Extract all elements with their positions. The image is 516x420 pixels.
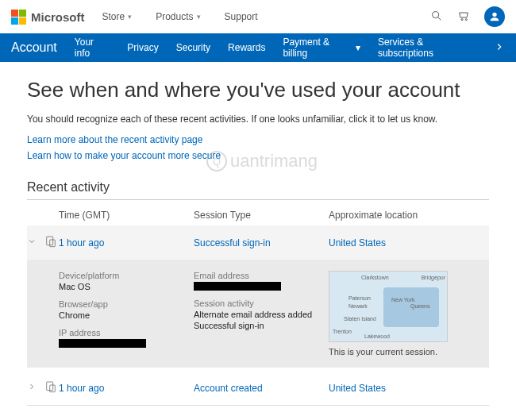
email-label: Email address <box>194 271 329 280</box>
email-redacted <box>194 282 281 291</box>
ip-label: IP address <box>59 328 194 337</box>
session-activity-line: Alternate email address added <box>194 310 329 319</box>
col-location: Approximate location <box>329 210 489 221</box>
chevron-right-icon <box>27 382 44 394</box>
recent-activity-heading: Recent activity <box>27 180 489 195</box>
account-nav: Account Your info Privacy Security Rewar… <box>0 33 516 62</box>
ms-logo-icon <box>11 10 26 25</box>
nav-privacy[interactable]: Privacy <box>127 42 158 53</box>
microsoft-logo[interactable]: Microsoft <box>11 10 85 25</box>
device-icon <box>44 379 59 397</box>
activity-type: Account created <box>194 383 329 394</box>
device-value: Mac OS <box>59 282 194 291</box>
nav-your-info[interactable]: Your info <box>75 37 110 59</box>
activity-type: Successful sign-in <box>194 237 329 249</box>
svg-rect-8 <box>50 385 56 392</box>
ms-logo-text: Microsoft <box>31 10 85 24</box>
chevron-down-icon: ▾ <box>128 13 132 21</box>
activity-location: United States <box>329 383 489 394</box>
learn-secure-link[interactable]: Learn how to make your account more secu… <box>27 150 489 161</box>
svg-point-0 <box>433 11 439 17</box>
nav-subscriptions[interactable]: Services & subscriptions <box>378 37 476 59</box>
top-bar: Microsoft Store▾ Products▾ Support <box>0 0 516 33</box>
device-label: Device/platform <box>59 271 194 280</box>
activity-row[interactable]: 1 hour ago Successful sign-in United Sta… <box>27 225 489 260</box>
divider <box>27 199 489 200</box>
chevron-down-icon: ▾ <box>356 42 360 53</box>
svg-line-1 <box>438 17 441 20</box>
chevron-down-icon <box>27 237 44 249</box>
activity-location: United States <box>329 237 489 249</box>
page-title: See when and where you've used your acco… <box>27 78 489 102</box>
session-activity-line: Successful sign-in <box>194 321 329 330</box>
top-links: Store▾ Products▾ Support <box>102 11 258 22</box>
nav-scroll-right[interactable] <box>494 41 505 55</box>
nav-store[interactable]: Store▾ <box>102 11 133 22</box>
nav-products[interactable]: Products▾ <box>156 11 200 22</box>
activity-column-headers: Time (GMT) Session Type Approximate loca… <box>27 205 489 225</box>
learn-more-link[interactable]: Learn more about the recent activity pag… <box>27 134 489 145</box>
activity-row[interactable]: 1 hour ago Account created United States <box>27 371 489 406</box>
col-time: Time (GMT) <box>59 210 194 221</box>
activity-time: 1 hour ago <box>59 383 194 394</box>
nav-rewards[interactable]: Rewards <box>228 42 265 53</box>
col-type: Session Type <box>194 210 329 221</box>
account-avatar[interactable] <box>484 6 505 27</box>
session-activity-label: Session activity <box>194 299 329 308</box>
nav-support[interactable]: Support <box>225 11 258 22</box>
svg-rect-6 <box>50 240 56 247</box>
chevron-down-icon: ▾ <box>197 13 201 21</box>
location-map: Clarkstown Bridgepor Paterson Newark New… <box>329 271 448 342</box>
svg-point-3 <box>465 18 467 20</box>
svg-point-4 <box>492 13 496 17</box>
nav-payment[interactable]: Payment & billing ▾ <box>283 37 360 59</box>
activity-details: Device/platform Mac OS Browser/app Chrom… <box>27 260 489 368</box>
search-icon[interactable] <box>430 10 443 25</box>
browser-label: Browser/app <box>59 299 194 309</box>
top-right <box>430 6 505 27</box>
device-icon <box>44 233 59 252</box>
ip-redacted <box>59 339 146 348</box>
map-caption: This is your current session. <box>329 347 481 356</box>
page-subtitle: You should recognize each of these recen… <box>27 114 489 125</box>
svg-point-2 <box>461 18 463 20</box>
activity-time: 1 hour ago <box>59 237 194 249</box>
nav-security[interactable]: Security <box>176 42 210 53</box>
cart-icon[interactable] <box>457 10 470 25</box>
nav-brand[interactable]: Account <box>11 40 57 55</box>
browser-value: Chrome <box>59 310 194 320</box>
main-content: See when and where you've used your acco… <box>0 62 516 420</box>
